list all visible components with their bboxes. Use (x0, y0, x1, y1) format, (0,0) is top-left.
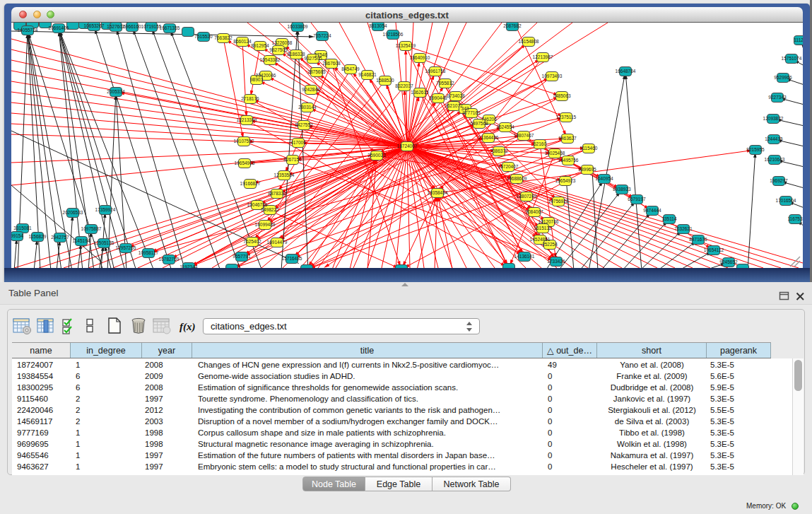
svg-text:11325419: 11325419 (396, 43, 416, 48)
svg-text:1969297: 1969297 (770, 178, 788, 183)
svg-text:15751074: 15751074 (782, 56, 802, 61)
svg-text:12353584: 12353584 (274, 173, 295, 177)
svg-text:3624554: 3624554 (496, 124, 514, 129)
svg-text:1621072: 1621072 (445, 103, 463, 108)
svg-text:5498222: 5498222 (261, 207, 279, 212)
svg-text:10543382: 10543382 (260, 57, 281, 62)
svg-text:9146821: 9146821 (358, 72, 377, 77)
svg-text:335114: 335114 (661, 216, 677, 221)
svg-text:16914479: 16914479 (267, 240, 288, 245)
svg-text:14136141: 14136141 (514, 254, 535, 259)
svg-text:8990448: 8990448 (429, 95, 447, 100)
svg-text:1733426: 1733426 (547, 259, 565, 264)
svg-text:12213987: 12213987 (533, 54, 553, 59)
svg-text:2087682: 2087682 (503, 23, 522, 28)
svg-text:6966160: 6966160 (123, 24, 141, 29)
svg-text:7357224: 7357224 (313, 33, 331, 38)
svg-text:1145194: 1145194 (73, 238, 90, 243)
svg-text:7955812: 7955812 (436, 81, 454, 86)
svg-text:2590023: 2590023 (367, 153, 386, 158)
svg-text:17016504: 17016504 (776, 198, 796, 203)
svg-text:16154808: 16154808 (519, 39, 539, 44)
svg-text:98903: 98903 (250, 77, 263, 82)
svg-text:10046786: 10046786 (247, 202, 268, 207)
svg-text:10958117: 10958117 (139, 250, 159, 255)
svg-text:7515520: 7515520 (194, 34, 213, 39)
svg-text:16961758: 16961758 (425, 69, 446, 74)
svg-text:8186328: 8186328 (287, 52, 305, 57)
svg-text:3315081: 3315081 (13, 226, 32, 230)
svg-text:10807467: 10807467 (514, 133, 534, 138)
svg-text:116753: 116753 (787, 216, 803, 221)
svg-text:1588520: 1588520 (376, 78, 394, 83)
svg-text:2718176: 2718176 (241, 96, 259, 101)
svg-text:19654908: 19654908 (235, 160, 255, 165)
svg-text:7386372: 7386372 (490, 148, 508, 153)
svg-text:2803144: 2803144 (298, 105, 317, 110)
svg-text:6497568: 6497568 (470, 121, 488, 126)
svg-text:16648784: 16648784 (616, 69, 636, 74)
svg-text:9245652: 9245652 (719, 259, 738, 264)
svg-text:1527602: 1527602 (107, 24, 125, 29)
svg-text:10653267: 10653267 (84, 23, 105, 28)
svg-text:16210643: 16210643 (765, 157, 785, 162)
svg-text:18807249: 18807249 (517, 194, 537, 199)
svg-text:3875685: 3875685 (307, 69, 326, 74)
svg-text:1362615: 1362615 (411, 90, 429, 95)
svg-text:14524851: 14524851 (530, 237, 551, 242)
svg-text:10107552: 10107552 (234, 139, 254, 144)
svg-text:10654112: 10654112 (704, 247, 724, 252)
svg-text:8471676: 8471676 (689, 237, 707, 242)
svg-text:15720407: 15720407 (498, 164, 519, 169)
svg-text:16671355: 16671355 (160, 25, 180, 30)
svg-text:17957255: 17957255 (116, 245, 136, 250)
svg-text:20691406: 20691406 (49, 25, 69, 30)
svg-text:19166827: 19166827 (240, 181, 261, 186)
svg-text:6734028: 6734028 (447, 93, 465, 98)
svg-text:10688609: 10688609 (507, 176, 527, 181)
svg-text:12505135: 12505135 (94, 240, 114, 245)
svg-text:10025458: 10025458 (545, 151, 565, 156)
svg-text:9115460: 9115460 (580, 146, 598, 151)
svg-text:10120746: 10120746 (539, 219, 559, 224)
svg-text:8322037: 8322037 (395, 83, 413, 88)
svg-text:1640954: 1640954 (595, 176, 613, 181)
svg-text:11124: 11124 (794, 37, 803, 42)
svg-text:13226058: 13226058 (272, 40, 293, 45)
svg-text:9084067: 9084067 (525, 209, 543, 214)
svg-text:252254: 252254 (542, 242, 558, 247)
svg-text:7625402: 7625402 (243, 239, 261, 244)
svg-text:2005334: 2005334 (107, 89, 125, 94)
svg-text:9657791: 9657791 (233, 254, 251, 259)
svg-text:9827505: 9827505 (269, 47, 288, 52)
svg-text:10756928: 10756928 (548, 199, 569, 204)
svg-text:6679197: 6679197 (628, 197, 646, 201)
svg-text:9327505: 9327505 (304, 56, 322, 61)
svg-text:16782759: 16782759 (159, 257, 180, 262)
svg-text:1615132: 1615132 (534, 226, 552, 230)
svg-text:12093872: 12093872 (763, 116, 784, 121)
svg-text:8813054: 8813054 (369, 23, 387, 28)
svg-text:19218506: 19218506 (383, 32, 404, 37)
svg-text:19654923: 19654923 (555, 178, 576, 183)
svg-text:10975887: 10975887 (81, 226, 102, 231)
svg-text:8215955: 8215955 (746, 147, 765, 152)
svg-text:17359924: 17359924 (95, 207, 116, 212)
svg-text:7632621: 7632621 (674, 226, 693, 231)
svg-text:417006: 417006 (290, 140, 306, 145)
svg-text:9777169: 9777169 (462, 110, 481, 115)
svg-text:14099489: 14099489 (255, 222, 276, 227)
svg-text:18724007: 18724007 (397, 144, 418, 148)
svg-text:9899695: 9899695 (578, 167, 596, 172)
svg-text:8427552: 8427552 (295, 122, 313, 127)
svg-text:2942757: 2942757 (51, 235, 69, 240)
svg-text:20206533: 20206533 (63, 210, 83, 215)
svg-text:19358454: 19358454 (428, 190, 448, 195)
svg-text:62160: 62160 (534, 141, 546, 146)
svg-text:12375115: 12375115 (556, 115, 577, 119)
svg-text:7485063: 7485063 (553, 93, 571, 98)
svg-text:9463627: 9463627 (558, 136, 577, 141)
svg-text:9529966: 9529966 (774, 75, 792, 80)
svg-text:1244415: 1244415 (765, 136, 783, 141)
svg-text:8454749: 8454749 (341, 66, 360, 71)
